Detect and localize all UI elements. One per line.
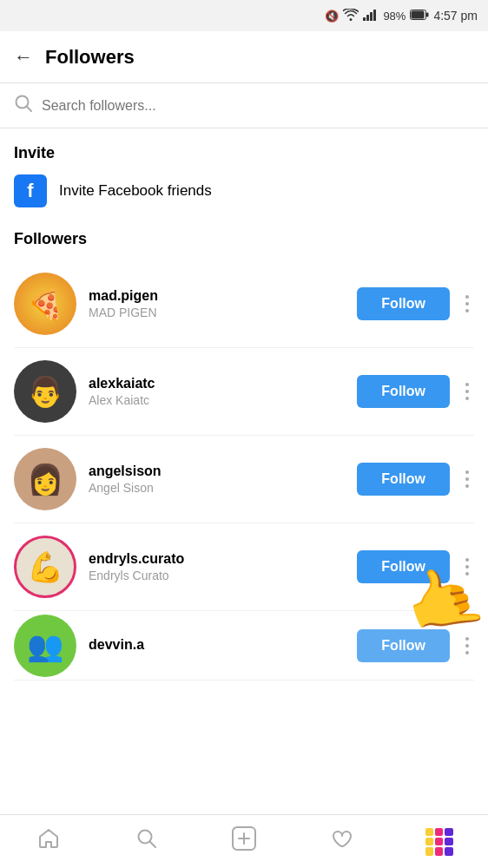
mute-icon: 🔇 [325,10,339,23]
username: endryls.curato [89,551,357,567]
heart-icon [330,827,353,856]
signal-icon [363,9,379,23]
invite-title: Invite [14,144,474,162]
grid-cell [435,847,443,855]
user-info: angelsison Angel Sison [89,464,357,495]
follow-button[interactable]: Follow [357,550,450,583]
dot3 [465,572,469,575]
search-container [0,83,488,128]
dot2 [465,644,469,648]
dot1 [465,295,469,299]
grid-cell [435,838,443,845]
header: ← Followers [0,31,488,83]
follower-item: 👥 devvin.a Follow [14,611,474,681]
nav-home[interactable] [23,816,75,868]
grid-cell [435,828,443,836]
more-button[interactable] [460,379,474,404]
user-info: mad.pigen MAD PIGEN [89,288,357,319]
follow-button[interactable]: Follow [357,375,450,408]
user-info: devvin.a [89,637,357,654]
dot2 [465,565,469,569]
dot2 [465,390,469,393]
search-icon [14,94,33,117]
svg-rect-5 [412,10,425,18]
user-info: endryls.curato Endryls Curato [89,551,357,582]
grid-cell [445,838,452,845]
avatar: 👩 [14,448,76,510]
invite-section: Invite f Invite Facebook friends [0,128,488,216]
svg-line-8 [27,107,32,112]
follow-button[interactable]: Follow [357,287,450,320]
more-button[interactable] [460,292,474,316]
grid-cell [445,847,452,855]
home-icon [37,827,60,856]
dot3 [465,484,469,488]
back-button[interactable]: ← [14,46,33,69]
nav-search[interactable] [121,816,173,868]
grid-cell [425,838,433,845]
invite-facebook-button[interactable]: f Invite Facebook friends [14,174,474,207]
follow-button[interactable]: Follow [357,629,450,662]
status-bar: 🔇 98% 4:57 pm [0,0,488,31]
battery-icon [410,10,429,23]
grid-cell [445,828,452,836]
username: alexkaiatc [89,376,357,391]
follow-button[interactable]: Follow [357,463,450,496]
username: mad.pigen [89,288,357,304]
dot1 [465,470,469,474]
follower-item: 👩 angelsison Angel Sison Follow [14,436,474,523]
dot3 [465,397,469,400]
dot2 [465,477,469,481]
more-button[interactable] [460,634,474,658]
follower-item: 👨 alexkaiatc Alex Kaiatc Follow [14,348,474,436]
svg-rect-3 [373,10,376,21]
bottom-nav [0,814,488,868]
instagram-profile-icon [425,828,453,856]
facebook-icon: f [14,174,47,207]
display-name: MAD PIGEN [89,306,357,319]
avatar: 🍕 [14,273,76,335]
followers-list: 🍕 mad.pigen MAD PIGEN Follow 👨 alexkaiat… [0,260,488,750]
svg-rect-6 [426,12,429,16]
nav-profile[interactable] [413,816,465,868]
follower-item: 🍕 mad.pigen MAD PIGEN Follow [14,260,474,348]
dot1 [465,383,469,386]
user-info: alexkaiatc Alex Kaiatc [89,376,357,407]
dot3 [465,309,469,312]
followers-label: Followers [14,230,474,248]
dot1 [465,558,469,562]
more-button[interactable] [460,467,474,491]
svg-rect-1 [366,15,369,21]
grid-cell [425,828,433,836]
username: devvin.a [89,637,357,653]
dot1 [465,637,469,641]
avatar: 💪 [14,536,76,598]
follower-item: 💪 endryls.curato Endryls Curato Follow 🤙 [14,523,474,611]
nav-heart[interactable] [315,816,367,868]
followers-section-header: Followers [0,216,488,260]
add-icon [232,826,256,857]
more-button[interactable] [460,555,474,579]
svg-line-10 [149,842,155,848]
grid-cell [425,847,433,855]
display-name: Alex Kaiatc [89,393,357,407]
avatar: 👨 [14,360,76,423]
username: angelsison [89,464,357,479]
dot3 [465,651,469,654]
status-time: 4:57 pm [433,9,478,23]
svg-rect-0 [363,17,366,21]
status-icons: 🔇 98% 4:57 pm [325,9,478,23]
nav-add[interactable] [218,816,270,868]
display-name: Endryls Curato [89,569,357,582]
search-input[interactable] [42,98,474,114]
avatar: 👥 [14,615,76,677]
display-name: Angel Sison [89,481,357,495]
dot2 [465,302,469,306]
wifi-icon [343,9,359,23]
page-title: Followers [45,46,135,69]
battery-text: 98% [383,10,406,23]
svg-rect-2 [370,12,373,21]
search-nav-icon [135,827,158,856]
invite-facebook-label: Invite Facebook friends [59,182,212,200]
